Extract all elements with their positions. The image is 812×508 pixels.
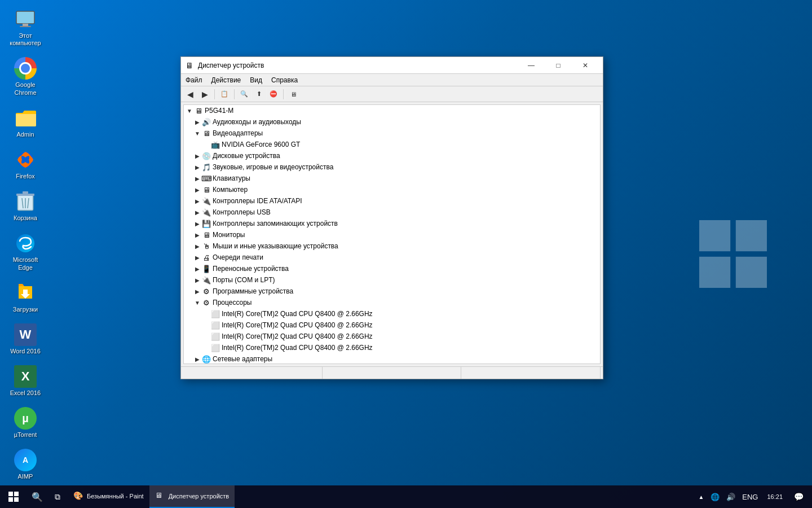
desktop-icon-firefox[interactable]: Firefox xyxy=(6,146,45,182)
tree-item-usb[interactable]: ▶ 🔌 Контроллеры USB xyxy=(184,207,600,218)
tree-item-cpu[interactable]: ▼ ⚙ Процессоры xyxy=(184,297,600,308)
close-button[interactable]: ✕ xyxy=(572,57,598,74)
menu-action[interactable]: Действие xyxy=(207,74,246,86)
desktop-icon-downloads[interactable]: Загрузки xyxy=(6,279,45,316)
tree-item-keyboard[interactable]: ▶ ⌨ Клавиатуры xyxy=(184,173,600,184)
network-expand[interactable]: ▶ xyxy=(193,354,202,364)
taskbar-app-paint[interactable]: 🎨 Безымянный - Paint xyxy=(68,485,149,508)
task-view-button[interactable]: ⧉ xyxy=(47,485,68,508)
tree-item-ports[interactable]: ▶ 🔌 Порты (COM и LPT) xyxy=(184,274,600,286)
show-all-button[interactable]: 🖥 xyxy=(286,87,300,101)
edge-icon xyxy=(14,232,37,255)
tree-item-print[interactable]: ▶ 🖨 Очереди печати xyxy=(184,252,600,263)
scan-changes-button[interactable]: 🔍 xyxy=(237,87,251,101)
update-driver-button[interactable]: ⬆ xyxy=(252,87,266,101)
desktop-icon-recycle[interactable]: Корзина xyxy=(6,188,45,224)
cpu-icon: ⚙ xyxy=(202,298,211,307)
word-label: Word 2016 xyxy=(10,348,41,355)
svg-rect-1 xyxy=(736,220,767,251)
tray-volume-icon[interactable]: 🔊 xyxy=(724,485,738,508)
minimize-button[interactable]: — xyxy=(518,57,544,74)
tray-clock[interactable]: 16:21 xyxy=(762,493,787,501)
network-label: Сетевые адаптеры xyxy=(213,355,272,363)
root-expand[interactable]: ▼ xyxy=(185,106,194,115)
desktop-icon-edge[interactable]: MicrosoftEdge xyxy=(6,230,45,273)
window-title-text: Диспетчер устройств xyxy=(198,62,518,69)
cpu-expand[interactable]: ▼ xyxy=(193,298,202,307)
tree-item-computer[interactable]: ▶ 🖥 Компьютер xyxy=(184,184,600,195)
ports-expand[interactable]: ▶ xyxy=(193,275,202,284)
window-titlebar[interactable]: 🖥 Диспетчер устройств — □ ✕ xyxy=(181,57,603,74)
disk-expand[interactable]: ▶ xyxy=(193,151,202,160)
tree-item-audio[interactable]: ▶ 🔊 Аудиовходы и аудиовыходы xyxy=(184,116,600,128)
tree-item-display[interactable]: ▼ 🖥 Видеоадаптеры xyxy=(184,128,600,139)
menu-help[interactable]: Справка xyxy=(267,74,302,86)
desktop-icon-aimp[interactable]: A AIMP xyxy=(6,446,45,483)
menu-file[interactable]: Файл xyxy=(181,74,207,86)
tray-network-icon[interactable]: 🌐 xyxy=(708,485,722,508)
tree-item-mouse[interactable]: ▶ 🖱 Мыши и иные указывающие устройства xyxy=(184,240,600,252)
usb-expand[interactable]: ▶ xyxy=(193,208,202,217)
mouse-icon: 🖱 xyxy=(202,242,211,251)
tree-item-cpu-4[interactable]: ▶ ⬜ Intel(R) Core(TM)2 Quad CPU Q8400 @ … xyxy=(184,342,600,353)
tree-item-network[interactable]: ▶ 🌐 Сетевые адаптеры xyxy=(184,353,600,364)
software-icon: ⚙ xyxy=(202,287,211,296)
sound-expand[interactable]: ▶ xyxy=(193,163,202,172)
tray-lang[interactable]: ENG xyxy=(740,485,760,508)
taskbar-search-button[interactable]: 🔍 xyxy=(27,485,47,508)
computer-expand[interactable]: ▶ xyxy=(193,185,202,194)
tray-show-hidden-button[interactable]: ▲ xyxy=(696,485,706,508)
properties-button[interactable]: 📋 xyxy=(218,87,231,101)
devmgr-taskbar-icon: 🖥 xyxy=(155,491,165,501)
audio-expand[interactable]: ▶ xyxy=(193,117,202,126)
start-button[interactable] xyxy=(0,485,27,508)
mouse-expand[interactable]: ▶ xyxy=(193,242,202,251)
software-expand[interactable]: ▶ xyxy=(193,287,202,296)
statusbar-pane-3 xyxy=(461,367,601,379)
back-button[interactable]: ◀ xyxy=(183,87,197,101)
notification-center-button[interactable]: 💬 xyxy=(789,485,807,508)
this-pc-icon xyxy=(14,8,37,30)
print-expand[interactable]: ▶ xyxy=(193,253,202,262)
display-expand[interactable]: ▼ xyxy=(193,129,202,138)
toolbar-sep-2 xyxy=(234,89,235,99)
toolbar: ◀ ▶ 📋 🔍 ⬆ ⛔ 🖥 xyxy=(181,86,603,102)
tree-item-sound[interactable]: ▶ 🎵 Звуковые, игровые и видеоустройства xyxy=(184,161,600,173)
tree-item-cpu-3[interactable]: ▶ ⬜ Intel(R) Core(TM)2 Quad CPU Q8400 @ … xyxy=(184,331,600,342)
portable-expand[interactable]: ▶ xyxy=(193,264,202,273)
tree-item-nvidia[interactable]: ▶ 📺 NVIDIA GeForce 9600 GT xyxy=(184,139,600,150)
desktop-icon-excel[interactable]: X Excel 2016 xyxy=(6,363,45,399)
tree-item-cpu-1[interactable]: ▶ ⬜ Intel(R) Core(TM)2 Quad CPU Q8400 @ … xyxy=(184,308,600,319)
desktop-icon-this-pc[interactable]: Этоткомпьютер xyxy=(6,6,45,49)
tree-item-software-dev[interactable]: ▶ ⚙ Программные устройства xyxy=(184,286,600,297)
desktop-icon-admin[interactable]: Admin xyxy=(6,104,45,141)
desktop-icon-utorrent[interactable]: µ µTorrent xyxy=(6,405,45,441)
svg-rect-11 xyxy=(23,191,28,194)
desktop-icon-chrome[interactable]: Google Chrome xyxy=(6,55,45,98)
tree-item-disk[interactable]: ▶ 💿 Дисковые устройства xyxy=(184,150,600,161)
tree-item-portable[interactable]: ▶ 📱 Переносные устройства xyxy=(184,263,600,274)
taskbar-app-devmgr[interactable]: 🖥 Диспетчер устройств xyxy=(149,485,235,508)
menu-view[interactable]: Вид xyxy=(245,74,267,86)
audio-label: Аудиовходы и аудиовыходы xyxy=(213,118,301,126)
audio-icon: 🔊 xyxy=(202,117,211,126)
device-manager-window: 🖥 Диспетчер устройств — □ ✕ Файл Действи… xyxy=(180,56,603,379)
monitor-icon: 🖥 xyxy=(202,230,211,239)
maximize-button[interactable]: □ xyxy=(545,57,571,74)
tree-item-storage[interactable]: ▶ 💾 Контроллеры запоминающих устройств xyxy=(184,218,600,229)
utorrent-icon: µ xyxy=(14,407,37,430)
forward-button[interactable]: ▶ xyxy=(198,87,211,101)
tree-item-monitor[interactable]: ▶ 🖥 Мониторы xyxy=(184,229,600,240)
storage-expand[interactable]: ▶ xyxy=(193,219,202,228)
tree-item-ide[interactable]: ▶ 🔌 Контроллеры IDE ATA/ATAPI xyxy=(184,195,600,207)
downloads-icon xyxy=(14,282,37,304)
disable-button[interactable]: ⛔ xyxy=(267,87,280,101)
tree-root[interactable]: ▼ 🖥 P5G41-M xyxy=(184,105,600,116)
desktop-icon-word[interactable]: W Word 2016 xyxy=(6,321,45,357)
monitor-expand[interactable]: ▶ xyxy=(193,230,202,239)
ide-expand[interactable]: ▶ xyxy=(193,196,202,205)
desktop-icon-area: Этоткомпьютер Google Chrome Admin xyxy=(6,6,45,483)
statusbar-pane-1 xyxy=(183,367,323,379)
device-tree[interactable]: ▼ 🖥 P5G41-M ▶ 🔊 Аудиовходы и аудиовыходы… xyxy=(183,104,601,364)
tree-item-cpu-2[interactable]: ▶ ⬜ Intel(R) Core(TM)2 Quad CPU Q8400 @ … xyxy=(184,319,600,331)
